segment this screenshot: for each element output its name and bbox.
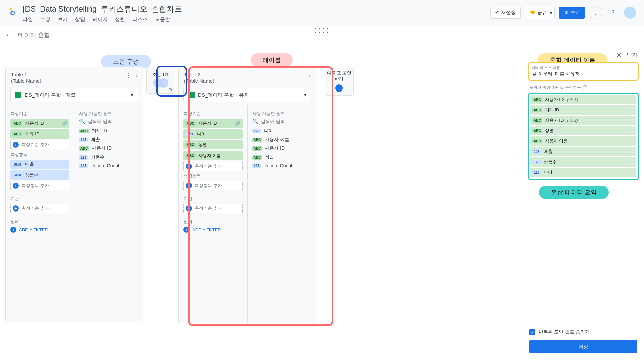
table1-add-period[interactable]: +측정기준 추가 xyxy=(10,204,69,213)
table1-period-label: 기간 xyxy=(10,196,69,202)
table1-name[interactable]: (Table Name) xyxy=(11,78,126,84)
join-config-button[interactable]: 조건 1개 ✎ xyxy=(146,67,175,94)
checkbox-checked-icon: ✓ xyxy=(529,329,535,335)
table1-dim-chip[interactable]: ABC거래 ID xyxy=(10,129,69,139)
table2-metrics-label: 측정항목 xyxy=(183,173,243,179)
table-card-1: Table 1 (Table Name) ⋮ ‹ DS_데이터 혼합 - 매출 … xyxy=(5,67,143,323)
menu-insert[interactable]: 삽입 xyxy=(75,16,85,23)
table2-filter-label: 필터 xyxy=(183,219,243,225)
menu-resource[interactable]: 리소스 xyxy=(132,16,148,23)
collapse-left-icon[interactable]: ‹ xyxy=(135,72,137,79)
table1-search-input[interactable] xyxy=(88,119,138,124)
close-button[interactable]: 닫기 xyxy=(627,52,637,59)
hide-repeated-checkbox-row[interactable]: ✓ 반복된 조인 필드 숨기기 xyxy=(529,329,637,335)
link-icon: 🔗 xyxy=(62,121,67,126)
summary-field[interactable]: ABC사용자 ID(표 1) xyxy=(530,95,636,104)
share-dropdown[interactable]: ▾ xyxy=(548,7,555,19)
summary-field[interactable]: ABC사용자 ID(표 2) xyxy=(530,116,636,125)
eye-icon: 👁 xyxy=(564,10,569,15)
table2-avail-label: 사용 가능한 필드 xyxy=(252,111,311,117)
menu-edit[interactable]: 수정 xyxy=(40,16,50,23)
table2-add-metric[interactable]: +측정항목 추가 xyxy=(183,181,243,190)
search-icon: 🔍 xyxy=(252,119,258,124)
back-arrow-icon[interactable]: ← xyxy=(5,31,13,39)
table2-period-label: 기간 xyxy=(183,196,243,202)
table2-source-label: DS_데이터 혼합 - 유저 xyxy=(198,92,249,98)
table2-search-input[interactable] xyxy=(261,119,311,124)
table1-add-filter[interactable]: +ADD A FILTER xyxy=(10,227,69,233)
field-item[interactable]: 123Record Count xyxy=(79,162,138,170)
topbar: [DS] Data Storytelling_루커스튜디오_혼합차트 파일 수정… xyxy=(0,0,644,25)
menu-arrange[interactable]: 정렬 xyxy=(115,16,125,23)
more-icon[interactable]: ⋮ xyxy=(126,72,132,79)
collapse-left-icon[interactable]: ‹ xyxy=(308,72,310,79)
menu-page[interactable]: 페이지 xyxy=(93,16,108,23)
menu-help[interactable]: 도움말 xyxy=(155,16,170,23)
help-button[interactable]: ? xyxy=(606,6,620,19)
field-item[interactable]: 123Record Count xyxy=(252,162,311,170)
add-table-join-button[interactable]: 다른 표 조인하기 + xyxy=(325,67,354,96)
drag-handle-icon[interactable]: • • • •• • • • xyxy=(315,26,329,34)
summary-field[interactable]: ABC성별 xyxy=(530,126,636,135)
table2-add-period[interactable]: +측정기준 추가 xyxy=(183,204,243,213)
summary-field[interactable]: ABC거래 ID xyxy=(530,105,636,115)
help-icon[interactable]: ⓘ xyxy=(583,85,587,90)
table1-add-metric[interactable]: +측정항목 추가 xyxy=(10,181,69,190)
blend-name-label: 데이터 소스 이름 xyxy=(532,65,634,70)
view-button[interactable]: 👁보기 xyxy=(559,7,585,19)
sheets-icon xyxy=(188,92,195,98)
user-avatar[interactable] xyxy=(624,7,636,19)
summary-field[interactable]: 123매출 xyxy=(530,147,636,156)
table1-metrics-label: 측정항목 xyxy=(10,152,69,158)
plus-icon: + xyxy=(335,84,343,92)
table-card-2: Table 2 (Table Name) ⋮ ‹ DS_데이터 혼합 - 유저 … xyxy=(178,67,316,323)
field-item[interactable]: 123나이 xyxy=(252,127,311,135)
table2-index: Table 2 xyxy=(184,72,299,77)
field-item[interactable]: 123매출 xyxy=(79,135,138,144)
table1-source-select[interactable]: DS_데이터 혼합 - 매출 ▾ xyxy=(10,88,138,102)
looker-logo-icon xyxy=(8,7,17,16)
more-options-button[interactable]: ⋮ xyxy=(589,6,602,19)
undo-icon: ↶ xyxy=(495,10,499,15)
subbar-title: 데이터 혼합 xyxy=(18,31,50,39)
table2-dim-chip[interactable]: ABC사용자 ID🔗 xyxy=(183,119,243,128)
join-label: 조건 1개 xyxy=(152,72,169,78)
table1-add-dim[interactable]: +측정기준 추가 xyxy=(10,140,69,149)
right-panel: ✕ 닫기 데이터 소스 이름 풀 아우터_매출 & 유저 포함된 측정기준 및 … xyxy=(528,49,639,357)
table1-dim-chip[interactable]: ABC사용자 ID🔗 xyxy=(10,119,69,128)
close-x-icon[interactable]: ✕ xyxy=(616,51,622,59)
menu-view[interactable]: 보기 xyxy=(58,16,68,23)
table2-dim-chip[interactable]: ABC성별 xyxy=(183,140,243,149)
save-button[interactable]: 저장 xyxy=(529,340,637,353)
more-icon[interactable]: ⋮ xyxy=(299,72,305,79)
field-item[interactable]: ABC거래 ID xyxy=(79,127,138,135)
field-item[interactable]: 123상품수 xyxy=(79,153,138,162)
menu-file[interactable]: 파일 xyxy=(23,16,33,23)
summary-field[interactable]: 123상품수 xyxy=(530,157,636,167)
search-icon: 🔍 xyxy=(79,119,85,124)
svg-point-2 xyxy=(12,12,14,14)
field-item[interactable]: ABC사용자 ID xyxy=(252,144,311,153)
summary-field[interactable]: ABC사용자 이름 xyxy=(530,136,636,146)
table1-metric-chip[interactable]: SUM상품수 xyxy=(10,170,69,180)
blend-name-input[interactable]: 풀 아우터_매출 & 유저 xyxy=(532,71,634,77)
field-item[interactable]: ABC성별 xyxy=(252,153,311,162)
field-item[interactable]: ABC사용자 ID xyxy=(79,144,138,153)
edit-pen-icon: ✎ xyxy=(169,87,173,92)
blend-name-box: 데이터 소스 이름 풀 아우터_매출 & 유저 xyxy=(528,62,639,81)
sheets-icon xyxy=(15,92,21,98)
field-item[interactable]: ABC사용자 이름 xyxy=(252,135,311,144)
reset-button[interactable]: ↶재설정 xyxy=(490,7,521,19)
table2-name[interactable]: (Table Name) xyxy=(184,78,299,84)
table2-dim-chip[interactable]: 123나이 xyxy=(183,129,243,139)
summary-field[interactable]: 123나이 xyxy=(530,168,636,177)
included-fields-label: 포함된 측정기준 및 측정항목ⓘ xyxy=(529,85,637,90)
hide-repeated-label: 반복된 조인 필드 숨기기 xyxy=(539,329,590,335)
document-title[interactable]: [DS] Data Storytelling_루커스튜디오_혼합차트 xyxy=(23,4,490,14)
table1-metric-chip[interactable]: SUM매출 xyxy=(10,160,69,169)
table2-add-dim[interactable]: +측정기준 추가 xyxy=(183,162,243,171)
table2-add-filter[interactable]: +ADD A FILTER xyxy=(183,227,243,233)
table2-source-select[interactable]: DS_데이터 혼합 - 유저 ▾ xyxy=(183,88,311,102)
chevron-down-icon: ▾ xyxy=(131,92,133,98)
table2-dim-chip[interactable]: ABC사용자 이름 xyxy=(183,151,243,160)
